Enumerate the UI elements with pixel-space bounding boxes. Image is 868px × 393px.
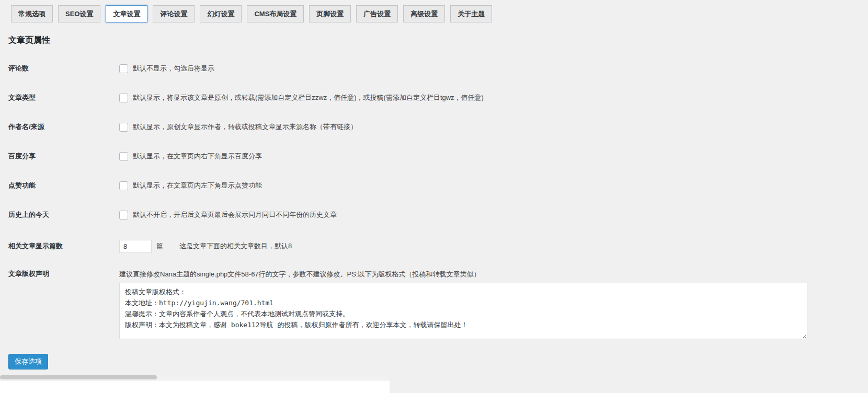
tab-slideshow-settings[interactable]: 幻灯设置 bbox=[200, 5, 242, 22]
settings-tabbar: 常规选项 SEO设置 文章设置 评论设置 幻灯设置 CMS布局设置 页脚设置 广… bbox=[0, 0, 868, 22]
tab-seo-settings[interactable]: SEO设置 bbox=[58, 5, 100, 22]
row-post-type: 文章类型 默认显示，将显示该文章是原创，或转载(需添加自定义栏目zzwz，值任意… bbox=[0, 83, 868, 112]
copyright-label: 文章版权声明 bbox=[0, 269, 119, 279]
like-feature-checkbox[interactable] bbox=[119, 181, 128, 190]
row-copyright: 文章版权声明 建议直接修改Nana主题的single.php文件58-67行的文… bbox=[0, 263, 868, 339]
like-feature-desc: 默认显示，在文章页内左下角显示点赞功能 bbox=[133, 181, 262, 190]
horizontal-scrollbar[interactable] bbox=[0, 375, 390, 380]
tab-cms-layout-settings[interactable]: CMS布局设置 bbox=[247, 5, 304, 22]
baidu-share-desc: 默认显示，在文章页内右下角显示百度分享 bbox=[133, 152, 262, 161]
baidu-share-label: 百度分享 bbox=[0, 152, 119, 161]
tab-article-settings[interactable]: 文章设置 bbox=[106, 5, 147, 22]
author-source-label: 作者名/来源 bbox=[0, 122, 119, 132]
row-like-feature: 点赞功能 默认显示，在文章页内左下角显示点赞功能 bbox=[0, 171, 868, 200]
related-count-label: 相关文章显示篇数 bbox=[0, 241, 119, 251]
row-related-count: 相关文章显示篇数 篇 这是文章下面的相关文章数目，默认8 bbox=[0, 229, 868, 263]
related-count-input[interactable] bbox=[119, 240, 152, 253]
like-feature-label: 点赞功能 bbox=[0, 181, 119, 190]
comment-count-checkbox[interactable] bbox=[119, 64, 128, 73]
post-type-desc: 默认显示，将显示该文章是原创，或转载(需添加自定义栏目zzwz，值任意)，或投稿… bbox=[133, 93, 484, 102]
horizontal-scrollbar-thumb[interactable] bbox=[0, 375, 157, 379]
copyright-textarea[interactable]: 投稿文章版权格式： 本文地址：http://yigujin.wang/701.h… bbox=[119, 283, 807, 339]
tab-general-options[interactable]: 常规选项 bbox=[11, 5, 53, 22]
row-author-source: 作者名/来源 默认显示，原创文章显示作者，转载或投稿文章显示来源名称（带有链接） bbox=[0, 112, 868, 142]
page-title: 文章页属性 bbox=[8, 35, 868, 45]
author-source-desc: 默认显示，原创文章显示作者，转载或投稿文章显示来源名称（带有链接） bbox=[133, 122, 357, 132]
baidu-share-checkbox[interactable] bbox=[119, 152, 128, 161]
related-count-desc: 这是文章下面的相关文章数目，默认8 bbox=[179, 241, 292, 251]
author-source-checkbox[interactable] bbox=[119, 123, 128, 132]
copyright-desc: 建议直接修改Nana主题的single.php文件58-67行的文字，参数不建议… bbox=[119, 269, 868, 279]
save-options-button[interactable]: 保存选项 bbox=[8, 354, 48, 369]
tab-comment-settings[interactable]: 评论设置 bbox=[153, 5, 195, 22]
row-baidu-share: 百度分享 默认显示，在文章页内右下角显示百度分享 bbox=[0, 142, 868, 171]
related-count-unit: 篇 bbox=[156, 241, 163, 251]
tab-advanced-settings[interactable]: 高级设置 bbox=[403, 5, 445, 22]
history-today-label: 历史上的今天 bbox=[0, 210, 119, 219]
bottom-content-strip bbox=[0, 375, 390, 393]
post-type-label: 文章类型 bbox=[0, 93, 119, 102]
tab-footer-settings[interactable]: 页脚设置 bbox=[309, 5, 351, 22]
history-today-desc: 默认不开启，开启后文章页最后会展示同月同日不同年份的历史文章 bbox=[133, 210, 337, 219]
post-type-checkbox[interactable] bbox=[119, 94, 128, 102]
tab-ad-settings[interactable]: 广告设置 bbox=[356, 5, 398, 22]
article-settings-form: 评论数 默认不显示，勾选后将显示 文章类型 默认显示，将显示该文章是原创，或转载… bbox=[0, 54, 868, 339]
comment-count-label: 评论数 bbox=[0, 64, 119, 73]
comment-count-desc: 默认不显示，勾选后将显示 bbox=[133, 64, 214, 73]
tab-about-theme[interactable]: 关于主题 bbox=[450, 5, 492, 22]
row-comment-count: 评论数 默认不显示，勾选后将显示 bbox=[0, 54, 868, 83]
row-history-today: 历史上的今天 默认不开启，开启后文章页最后会展示同月同日不同年份的历史文章 bbox=[0, 200, 868, 229]
history-today-checkbox[interactable] bbox=[119, 211, 128, 219]
